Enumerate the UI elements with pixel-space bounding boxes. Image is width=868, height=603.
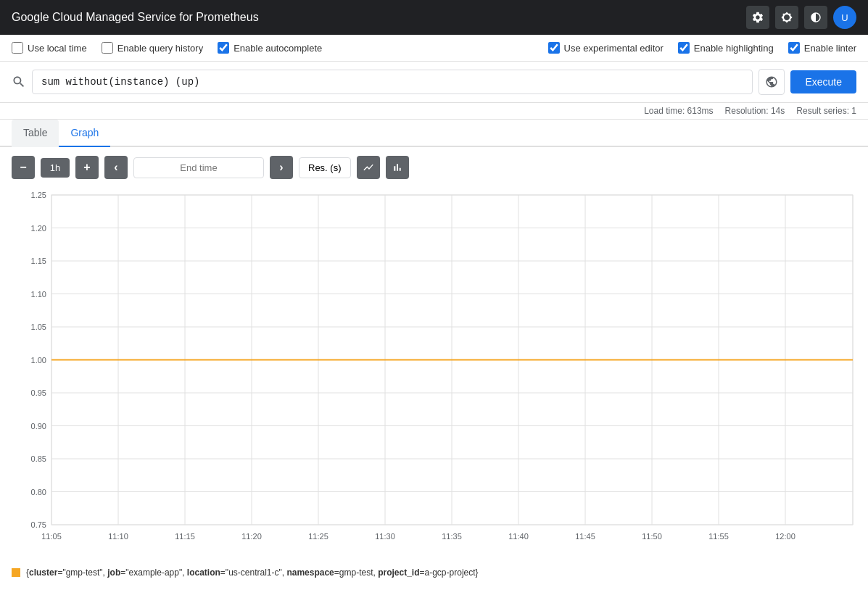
resolution-btn[interactable]: Res. (s): [299, 157, 351, 178]
use-local-time-checkbox[interactable]: [12, 42, 23, 54]
svg-text:11:25: 11:25: [308, 532, 328, 541]
svg-text:11:10: 11:10: [108, 532, 128, 541]
enable-autocomplete-text: Enable autocomplete: [233, 43, 322, 54]
enable-query-history-label[interactable]: Enable query history: [102, 42, 204, 54]
enable-highlighting-checkbox[interactable]: [678, 42, 690, 54]
chart-area: 1.25 1.20 1.15 1.10 1.05 1.00 0.95 0.90 …: [0, 188, 868, 562]
next-time-btn[interactable]: ›: [270, 156, 293, 179]
svg-text:11:45: 11:45: [575, 532, 595, 541]
enable-linter-text: Enable linter: [804, 43, 856, 54]
moon-icon: [781, 12, 793, 23]
header-actions: U: [746, 6, 856, 29]
query-input[interactable]: [32, 70, 753, 94]
svg-text:11:35: 11:35: [442, 532, 462, 541]
contrast-icon-btn[interactable]: [804, 6, 827, 29]
enable-query-history-text: Enable query history: [117, 43, 204, 54]
execute-button[interactable]: Execute: [790, 70, 856, 93]
svg-text:1.10: 1.10: [31, 290, 46, 299]
tab-table[interactable]: Table: [12, 120, 59, 147]
svg-text:11:40: 11:40: [508, 532, 529, 541]
svg-text:0.75: 0.75: [31, 520, 46, 529]
chart-container: 1.25 1.20 1.15 1.10 1.05 1.00 0.95 0.90 …: [12, 188, 856, 550]
svg-text:11:05: 11:05: [41, 532, 62, 541]
use-experimental-editor-text: Use experimental editor: [564, 43, 664, 54]
svg-text:11:20: 11:20: [241, 532, 262, 541]
main-chart: 1.25 1.20 1.15 1.10 1.05 1.00 0.95 0.90 …: [12, 188, 856, 550]
contrast-icon: [810, 12, 822, 23]
enable-query-history-checkbox[interactable]: [102, 42, 113, 54]
svg-text:1.00: 1.00: [31, 356, 46, 365]
enable-highlighting-text: Enable highlighting: [694, 43, 774, 54]
svg-text:0.80: 0.80: [31, 488, 46, 496]
info-bar: Load time: 613ms Resolution: 14s Result …: [0, 103, 868, 120]
search-icon: [12, 75, 26, 89]
line-chart-icon: [363, 162, 374, 173]
graph-controls: − 1h + ‹ › Res. (s): [0, 147, 868, 188]
use-experimental-editor-label[interactable]: Use experimental editor: [548, 42, 664, 54]
app-title: Google Cloud Managed Service for Prometh…: [12, 11, 259, 24]
svg-text:0.85: 0.85: [31, 454, 46, 463]
header: Google Cloud Managed Service for Prometh…: [0, 0, 868, 35]
enable-linter-label[interactable]: Enable linter: [788, 42, 856, 54]
svg-text:1.25: 1.25: [31, 191, 46, 199]
svg-text:11:50: 11:50: [642, 532, 662, 541]
metrics-explorer-btn[interactable]: [759, 69, 785, 95]
svg-text:1.05: 1.05: [31, 323, 46, 331]
query-bar: Execute: [0, 62, 868, 103]
use-local-time-text: Use local time: [28, 43, 87, 54]
range-increase-btn[interactable]: +: [75, 156, 99, 179]
enable-highlighting-label[interactable]: Enable highlighting: [678, 42, 774, 54]
range-decrease-btn[interactable]: −: [12, 156, 35, 179]
result-series: Result series: 1: [796, 106, 856, 116]
search-icon-wrap: [12, 75, 26, 89]
enable-linter-checkbox[interactable]: [788, 42, 800, 54]
chart-legend: {cluster="gmp-test", job="example-app", …: [0, 562, 868, 589]
theme-toggle-btn[interactable]: [775, 6, 798, 29]
range-value: 1h: [41, 158, 70, 178]
svg-text:1.15: 1.15: [31, 257, 46, 265]
settings-icon: [751, 11, 764, 24]
enable-autocomplete-label[interactable]: Enable autocomplete: [218, 42, 322, 54]
svg-text:11:55: 11:55: [708, 532, 729, 541]
use-experimental-editor-checkbox[interactable]: [548, 42, 560, 54]
avatar[interactable]: U: [833, 6, 856, 29]
tab-graph[interactable]: Graph: [59, 120, 110, 147]
enable-autocomplete-checkbox[interactable]: [218, 42, 229, 54]
svg-text:1.20: 1.20: [31, 224, 46, 233]
legend-color-swatch: [12, 568, 20, 577]
stacked-chart-btn[interactable]: [386, 156, 409, 179]
load-time: Load time: 613ms: [644, 106, 713, 116]
settings-icon-btn[interactable]: [746, 6, 769, 29]
globe-icon: [765, 75, 778, 88]
stacked-chart-icon: [392, 162, 403, 173]
svg-text:12:00: 12:00: [775, 532, 795, 541]
svg-text:0.90: 0.90: [31, 422, 46, 431]
prev-time-btn[interactable]: ‹: [104, 156, 128, 179]
legend-text: {cluster="gmp-test", job="example-app", …: [26, 567, 479, 578]
svg-text:11:30: 11:30: [375, 532, 395, 541]
svg-text:11:15: 11:15: [175, 532, 195, 541]
resolution: Resolution: 14s: [725, 106, 785, 116]
tabs-container: Table Graph: [0, 120, 868, 147]
end-time-input[interactable]: [133, 157, 264, 178]
svg-text:0.95: 0.95: [31, 388, 46, 397]
line-chart-btn[interactable]: [357, 156, 380, 179]
use-local-time-label[interactable]: Use local time: [12, 42, 87, 54]
toolbar: Use local time Enable query history Enab…: [0, 35, 868, 62]
